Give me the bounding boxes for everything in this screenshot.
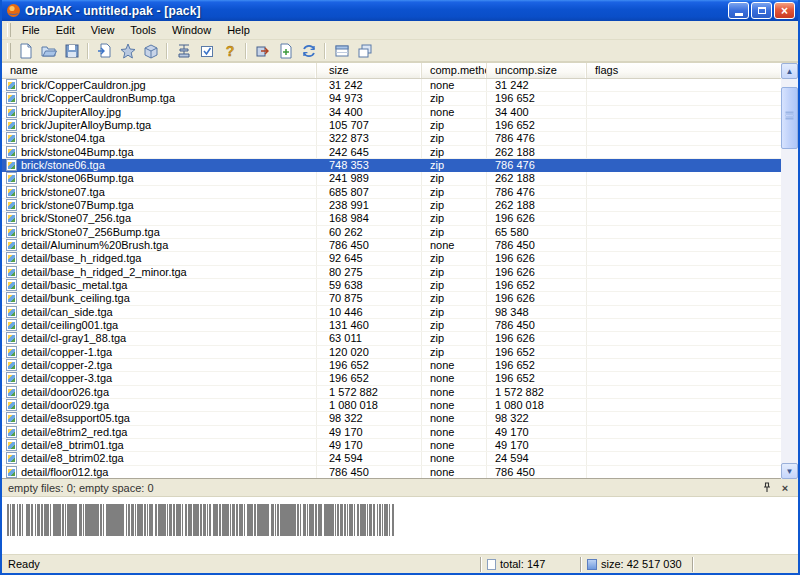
table-row[interactable]: detail/base_h_ridged_2_minor.tga80 275zi…	[2, 266, 781, 279]
report-button[interactable]	[330, 41, 353, 61]
table-row[interactable]: detail/copper-2.tga196 652none196 652	[2, 359, 781, 372]
table-row[interactable]: detail/bunk_ceiling.tga70 875zip196 626	[2, 292, 781, 305]
uncomp-size-cell: 49 170	[487, 439, 587, 451]
table-row[interactable]: detail/e8_btrim01.tga49 170none49 170	[2, 439, 781, 452]
panel-close-button[interactable]: ×	[778, 481, 792, 494]
size-cell: 80 275	[317, 266, 422, 278]
flags-cell	[587, 106, 781, 118]
windows-button[interactable]	[353, 41, 376, 61]
table-row[interactable]: brick/stone07Bump.tga238 991zip262 188	[2, 199, 781, 212]
scroll-down-button[interactable]: ▼	[781, 463, 798, 479]
file-name-cell: brick/stone07Bump.tga	[2, 199, 317, 211]
column-header-uncomp-size[interactable]: uncomp.size	[487, 63, 587, 78]
table-row[interactable]: detail/base_h_ridged.tga92 645zip196 626	[2, 252, 781, 265]
table-row[interactable]: detail/cl-gray1_88.tga63 011zip196 626	[2, 332, 781, 345]
restore-button[interactable]	[751, 2, 772, 19]
comp-method-cell: zip	[422, 266, 487, 278]
scroll-up-button[interactable]: ▲	[781, 63, 798, 79]
toolbar-separator	[87, 43, 89, 59]
scrollbar-thumb[interactable]	[781, 87, 798, 149]
column-header-size[interactable]: size	[317, 63, 422, 78]
flags-cell	[587, 79, 781, 91]
menu-tools[interactable]: Tools	[122, 22, 164, 39]
table-row[interactable]: brick/stone04Bump.tga242 645zip262 188	[2, 146, 781, 159]
table-row[interactable]: detail/can_side.tga10 446zip98 348	[2, 306, 781, 319]
comp-method-cell: zip	[422, 226, 487, 238]
table-row[interactable]: brick/stone07.tga685 807zip786 476	[2, 186, 781, 199]
table-row[interactable]: brick/JupiterAlloy.jpg34 400none34 400	[2, 106, 781, 119]
star-tool-button[interactable]	[116, 41, 139, 61]
uncomp-size-cell: 34 400	[487, 106, 587, 118]
image-file-icon	[6, 439, 17, 451]
column-header-name[interactable]: name	[2, 63, 317, 78]
menu-help[interactable]: Help	[219, 22, 258, 39]
file-name-cell: detail/cl-gray1_88.tga	[2, 332, 317, 344]
file-name-cell: brick/stone04Bump.tga	[2, 146, 317, 158]
uncomp-size-cell: 49 170	[487, 426, 587, 438]
uncomp-size-cell: 786 450	[487, 239, 587, 251]
table-row[interactable]: detail/e8trim2_red.tga49 170none49 170	[2, 426, 781, 439]
table-row[interactable]: detail/door026.tga1 572 882none1 572 882	[2, 386, 781, 399]
package-button[interactable]	[139, 41, 162, 61]
comp-method-cell: zip	[422, 159, 487, 171]
table-row[interactable]: detail/door029.tga1 080 018none1 080 018	[2, 399, 781, 412]
table-row[interactable]: detail/Aluminum%20Brush.tga786 450none78…	[2, 239, 781, 252]
table-row[interactable]: detail/copper-1.tga120 020zip196 652	[2, 346, 781, 359]
column-header-comp-method[interactable]: comp.method	[422, 63, 487, 78]
table-row[interactable]: detail/ceiling001.tga131 460zip786 450	[2, 319, 781, 332]
menu-edit[interactable]: Edit	[48, 22, 83, 39]
table-row[interactable]: brick/CopperCauldronBump.tga94 973zip196…	[2, 92, 781, 105]
size-cell: 94 973	[317, 92, 422, 104]
image-file-icon	[6, 186, 17, 198]
flags-cell	[587, 212, 781, 224]
verify-button[interactable]	[195, 41, 218, 61]
table-row[interactable]: brick/CopperCauldron.jpg31 242none31 242	[2, 79, 781, 92]
comp-method-cell: none	[422, 106, 487, 118]
flags-cell	[587, 146, 781, 158]
table-row[interactable]: brick/Stone07_256.tga168 984zip196 626	[2, 212, 781, 225]
menu-file[interactable]: File	[14, 22, 48, 39]
table-row[interactable]: detail/copper-3.tga196 652none196 652	[2, 372, 781, 385]
pin-button[interactable]	[760, 481, 774, 494]
menu-view[interactable]: View	[83, 22, 123, 39]
column-header-flags[interactable]: flags	[587, 63, 781, 78]
vertical-scrollbar[interactable]: ▲ ▼	[781, 63, 798, 479]
table-row[interactable]: detail/e8_btrim02.tga24 594none24 594	[2, 452, 781, 465]
toolbar-grip[interactable]	[7, 43, 11, 59]
image-file-icon	[6, 92, 17, 104]
refresh-button[interactable]	[297, 41, 320, 61]
uncomp-size-cell: 786 450	[487, 466, 587, 478]
flags-cell	[587, 426, 781, 438]
add-files-button[interactable]	[93, 41, 116, 61]
menu-window[interactable]: Window	[164, 22, 219, 39]
table-row[interactable]: brick/stone06Bump.tga241 989zip262 188	[2, 172, 781, 185]
size-cell: 49 170	[317, 426, 422, 438]
image-file-icon	[6, 226, 17, 238]
help-button[interactable]: ?	[218, 41, 241, 61]
table-row[interactable]: brick/stone04.tga322 873zip786 476	[2, 132, 781, 145]
menu-grip[interactable]	[7, 23, 11, 37]
flags-cell	[587, 412, 781, 424]
close-button[interactable]: ×	[774, 2, 795, 19]
report-panel-body	[2, 497, 798, 554]
table-row[interactable]: brick/JupiterAlloyBump.tga105 707zip196 …	[2, 119, 781, 132]
new-button[interactable]	[14, 41, 37, 61]
compress-button[interactable]	[172, 41, 195, 61]
table-row[interactable]: brick/Stone07_256Bump.tga60 262zip65 580	[2, 226, 781, 239]
table-row[interactable]: detail/floor012.tga786 450none786 450	[2, 466, 781, 478]
open-button[interactable]	[37, 41, 60, 61]
title-bar[interactable]: OrbPAK - untitled.pak - [pack] ×	[2, 0, 798, 21]
save-button[interactable]	[60, 41, 83, 61]
table-row[interactable]: brick/stone06.tga748 353zip786 476	[2, 159, 781, 172]
image-file-icon	[6, 79, 17, 91]
uncomp-size-cell: 262 188	[487, 146, 587, 158]
table-row[interactable]: detail/e8support05.tga98 322none98 322	[2, 412, 781, 425]
image-file-icon	[6, 146, 17, 158]
image-file-icon	[6, 212, 17, 224]
extract-button[interactable]	[251, 41, 274, 61]
table-row[interactable]: detail/basic_metal.tga59 638zip196 652	[2, 279, 781, 292]
preview-button[interactable]	[274, 41, 297, 61]
report-panel: empty files: 0; empty space: 0 ×	[2, 478, 798, 554]
file-name-cell: detail/can_side.tga	[2, 306, 317, 318]
minimize-button[interactable]	[728, 2, 749, 19]
